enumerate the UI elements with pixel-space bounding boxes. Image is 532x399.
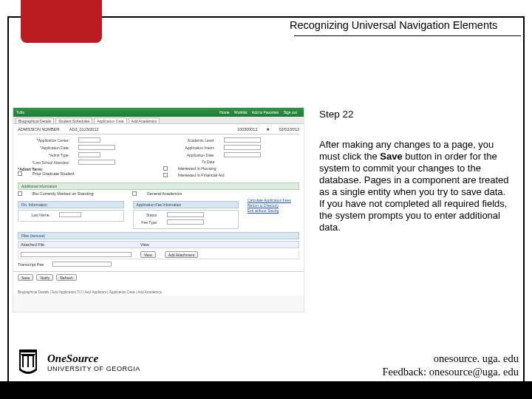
step-label: Step 22 [319,109,354,120]
add-attachment-button[interactable]: Add Attachment [165,251,198,258]
tab-schedules[interactable]: Student Schedules [55,117,92,123]
input-app-intern[interactable] [224,145,261,150]
nav-signout[interactable]: Sign out [284,110,297,115]
label-last-school: *Last School Attended: [18,160,69,165]
footer-links: onesource. uga. edu Feedback: onesource@… [383,352,519,378]
input-transcript[interactable] [52,262,112,267]
input-app-dt[interactable] [224,152,261,157]
section-files[interactable]: Files (remove) [18,232,299,239]
body-bold: Save [380,151,402,162]
label-admission: ADMISSION NUMBER: [18,127,61,132]
checkbox-housing[interactable] [163,166,168,171]
application-screenshot: Tufts Home Worklist Add to Favorites Sig… [13,107,304,313]
col-attached-file: Attached File [21,242,132,247]
label-feetype: Fee Type: [136,220,158,225]
view-button[interactable]: View [140,251,156,258]
value-date: 02/02/2012 [279,127,299,132]
refresh-button[interactable]: Refresh [56,274,77,281]
label-transcript: Transcript Fee [18,262,44,267]
notify-button[interactable]: Notify [36,274,53,281]
uga-seal-icon [16,348,40,376]
label-app-dt: Application Date: [163,153,215,157]
value-id: 100300012 [237,127,258,132]
label-status: Status: [136,213,158,217]
checkbox-prior-grad[interactable] [18,171,22,176]
checkbox-bio-standing[interactable] [18,191,22,196]
footer-logo: OneSource UNIVERSITY OF GEORGIA [16,347,140,377]
screenshot-footer-links: Biographical Details | Add Application T… [18,290,162,294]
label-lastname: Last Name: [21,213,50,217]
nav-home[interactable]: Home [219,110,229,115]
star-icon: ★ [266,127,270,132]
input-last-school[interactable] [78,160,115,165]
title-underline [294,35,521,36]
svg-rect-2 [33,355,34,367]
nav-worklist[interactable]: Worklist [234,110,248,115]
input-lastname[interactable] [59,212,81,217]
brand-red-tab [21,0,102,43]
checkbox-finaid[interactable] [163,173,168,177]
footer-bar [0,381,532,399]
col-view: View [140,242,149,247]
link-return-dir[interactable]: Return to Directory [248,203,299,208]
screenshot-body: ADMISSION NUMBER: AD3_0123/2012 10030001… [13,124,304,296]
svg-rect-0 [22,355,24,367]
label-app-intern: Application Intern: [163,146,215,150]
input-feetype[interactable] [167,219,204,225]
label-bio-standing: Bio Currently Marked on Standing [33,191,94,196]
link-calc-fees[interactable]: Calculate Application Fees [248,198,299,202]
footer-feedback: Feedback: onesource@uga. edu [383,365,519,378]
footer-site: onesource. uga. edu [383,352,519,365]
section-fin-info[interactable]: Fin. Information [18,201,124,208]
label-prior-grad: Prior Graduate Student [33,171,75,176]
screenshot-topbar: Tufts Home Worklist Add to Favorites Sig… [13,108,304,117]
section-additional-info[interactable]: Additional Information [18,183,299,190]
label-app-center: *Application Center: [18,138,69,143]
save-button[interactable]: Save [18,274,33,281]
label-acad-level: Academic Level: [163,138,215,143]
tab-academics[interactable]: Add Academics [129,117,160,123]
brand-org: UNIVERSITY OF GEORGIA [47,365,140,372]
section-app-fee[interactable]: Application Fee Information [133,201,239,208]
input-attached-file[interactable] [21,252,132,257]
svg-rect-1 [27,355,29,367]
screenshot-tabs: Biographical Details Student Schedules A… [13,117,304,124]
label-admit-type: *Admit Type: [18,153,69,157]
input-app-center[interactable] [78,137,100,143]
input-app-date[interactable] [78,145,115,150]
label-housing: Interested in Housing [178,166,216,171]
input-admit-type[interactable] [78,152,100,157]
label-to-date: To Date [163,160,215,164]
input-status[interactable] [167,212,204,217]
input-acad-level[interactable] [224,137,261,143]
tab-bio[interactable]: Biographical Details [16,117,54,123]
value-admission: AD3_0123/2012 [69,127,99,132]
brand-logo-text: Tufts [16,110,24,115]
nav-favorites[interactable]: Add to Favorites [252,110,279,115]
label-finaid: Interested in Financial Aid [178,173,225,177]
link-exit-nosave[interactable]: Exit without Saving [248,208,299,213]
label-gen-acad: General Academics [147,191,183,196]
body-text: After making any changes to a page, you … [319,139,513,233]
checkbox-gen-acad[interactable] [132,191,137,196]
body-post: button in order for the system to commit… [319,151,509,233]
tab-appdata[interactable]: Application Data [94,117,126,123]
page-title: Recognizing Universal Navigation Element… [290,19,519,31]
brand-name: OneSource [47,352,140,365]
label-app-date: *Application Date: [18,146,69,150]
